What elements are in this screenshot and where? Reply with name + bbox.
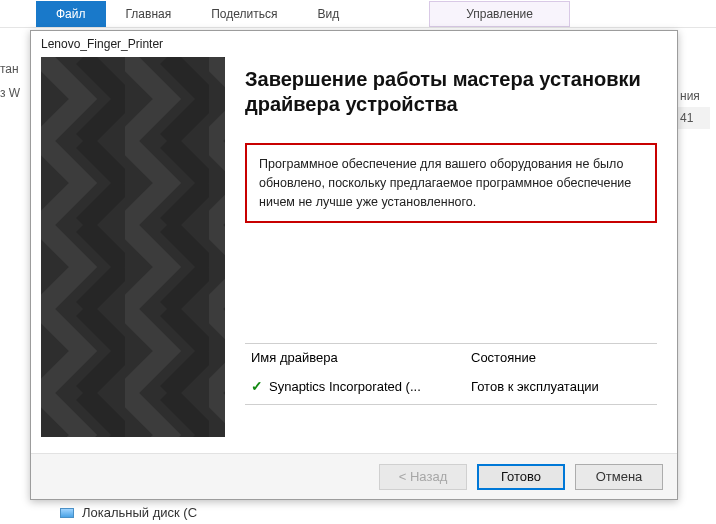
wizard-message: Программное обеспечение для вашего обору… [245,143,657,223]
driver-state-cell: Готов к эксплуатации [471,379,651,394]
dialog-footer: < Назад Готово Отмена [31,453,677,499]
col-driver-name: Имя драйвера [251,350,471,365]
drive-icon [60,508,74,518]
driver-name-cell: Synaptics Incorporated (... [269,379,421,394]
wizard-sidebar-image [41,57,225,437]
driver-table: Имя драйвера Состояние ✓Synaptics Incorp… [245,343,657,405]
ribbon-tab-view[interactable]: Вид [297,1,359,27]
ribbon-tab-share[interactable]: Поделиться [191,1,297,27]
local-disk-label: Локальный диск (С [82,505,197,520]
local-disk-item[interactable]: Локальный диск (С [60,505,197,520]
svg-rect-1 [41,57,225,437]
col-driver-state: Состояние [471,350,651,365]
ribbon-tab-manage[interactable]: Управление [429,1,570,27]
ribbon-tab-file[interactable]: Файл [36,1,106,27]
check-icon: ✓ [251,378,263,394]
table-row: ✓Synaptics Incorporated (... Готов к экс… [245,371,657,404]
dialog-title: Lenovo_Finger_Printer [31,31,677,57]
background-right-fragment: ния 41 [676,85,710,129]
background-nav-fragment: тан з W [0,60,20,102]
back-button: < Назад [379,464,467,490]
cancel-button[interactable]: Отмена [575,464,663,490]
wizard-content: Завершение работы мастера установки драй… [225,57,677,447]
ribbon-tab-home[interactable]: Главная [106,1,192,27]
ribbon: Файл Главная Поделиться Вид Управление [0,0,716,28]
wizard-heading: Завершение работы мастера установки драй… [245,67,657,117]
wizard-dialog: Lenovo_Finger_Printer Завершение работы … [30,30,678,500]
finish-button[interactable]: Готово [477,464,565,490]
